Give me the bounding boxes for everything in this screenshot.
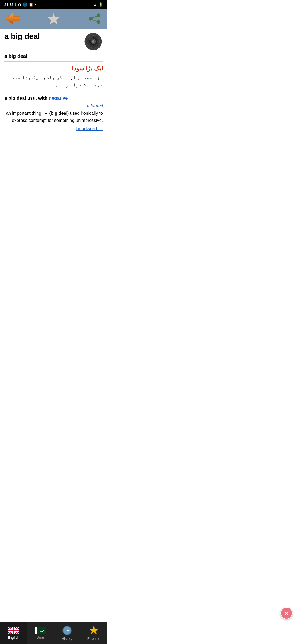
dot-icon: • [35, 2, 36, 7]
svg-marker-3 [47, 13, 60, 25]
clipboard-icon: 📋 [29, 2, 33, 7]
divider-2 [4, 92, 103, 92]
svg-point-6 [89, 17, 92, 20]
word-title: a big deal [4, 32, 84, 41]
battery-icon: 🔋 [98, 2, 103, 7]
urdu-text: بڑا سودا، ایک بڑی بات، ایک بڑا سودا کی، … [4, 74, 103, 89]
svg-line-7 [92, 16, 97, 18]
star-icon [47, 12, 61, 25]
svg-point-5 [97, 20, 100, 24]
svg-marker-2 [6, 13, 20, 25]
main-content: a big deal a big deal ایک بڑا سودا بڑا س… [0, 29, 107, 136]
svg-point-14 [92, 40, 95, 43]
back-arrow-icon [6, 12, 20, 26]
informal-section: informal [4, 103, 103, 108]
globe-icon: 🌐 [23, 2, 27, 7]
svg-point-4 [97, 14, 100, 17]
speaker-button[interactable] [84, 32, 103, 52]
info-icon: ℹ [15, 2, 16, 7]
informal-tag: informal [87, 103, 103, 108]
urdu-heading: ایک بڑا سودا [4, 65, 103, 72]
share-icon [89, 13, 101, 24]
urdu-section: ایک بڑا سودا بڑا سودا، ایک بڑی بات، ایک … [4, 65, 103, 89]
definition-text: an important thing. ► (big deal) used ir… [4, 110, 103, 124]
wifi-icon: ▲ [93, 2, 97, 7]
share-button[interactable] [87, 12, 102, 26]
status-bar: 21:32 ℹ ◑ 🌐 📋 • ▲ 🔋 [0, 0, 107, 9]
status-time: 21:32 ℹ ◑ 🌐 📋 • [4, 2, 36, 7]
mask-icon: ◑ [18, 2, 21, 7]
speaker-icon [84, 32, 103, 51]
divider-1 [4, 61, 103, 62]
svg-line-8 [92, 20, 97, 21]
bookmark-button[interactable] [46, 12, 61, 26]
headword-link[interactable]: headword → [4, 126, 103, 132]
word-phonetic: a big deal [4, 53, 103, 59]
back-button[interactable] [6, 12, 20, 25]
negative-link[interactable]: negative [49, 95, 68, 101]
status-icons: ▲ 🔋 [93, 2, 103, 7]
toolbar [0, 9, 107, 29]
word-title-row: a big deal [4, 32, 103, 52]
phrase-title: a big deal usu. with negative [4, 95, 103, 101]
